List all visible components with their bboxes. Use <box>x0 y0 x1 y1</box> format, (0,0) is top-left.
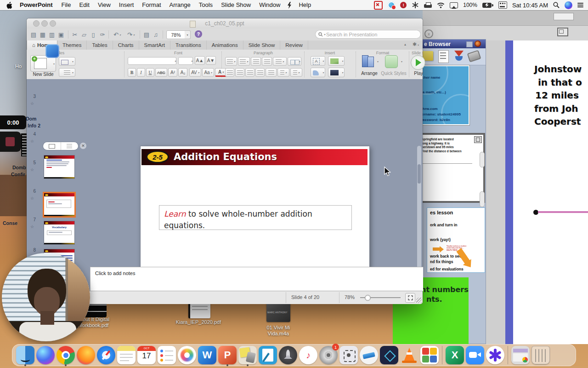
shrink-font-button[interactable]: A▼ <box>206 56 216 65</box>
screen-record-status-icon[interactable] <box>388 1 395 9</box>
line-spacing-button[interactable]: ▾ <box>273 57 287 66</box>
menu-app-name[interactable]: PowerPoint <box>15 0 57 10</box>
learn-objective-box[interactable]: Learn to solve whole-number addition equ… <box>159 205 352 230</box>
format-painter-icon[interactable]: ✑ <box>98 30 107 39</box>
tab-themes[interactable]: Themes <box>57 40 87 50</box>
script-menu[interactable] <box>284 2 294 9</box>
dock-calendar-icon[interactable]: OCT17 <box>137 345 156 365</box>
tab-smartart[interactable]: SmartArt <box>139 40 170 50</box>
dock-smart-notebook-icon[interactable] <box>238 345 257 365</box>
save-icon[interactable]: ▥ <box>48 30 56 39</box>
bold-button[interactable]: B <box>128 68 136 77</box>
menu-clock[interactable]: Sat 10:45 AM <box>512 2 548 9</box>
menu-view[interactable]: View <box>94 0 115 10</box>
folder-icon[interactable] <box>45 44 59 58</box>
italic-button[interactable]: I <box>137 68 145 77</box>
dock-chrome-icon[interactable] <box>57 345 75 365</box>
arrange-button[interactable]: ▾ <box>360 54 379 69</box>
justify-button[interactable] <box>255 68 265 77</box>
tab-animations[interactable]: Animations <box>207 40 243 50</box>
dock-safari-icon[interactable] <box>97 345 115 365</box>
checklist-tool-icon[interactable] <box>438 50 449 63</box>
zoom-value[interactable]: 78% <box>166 30 186 39</box>
dock-siri-icon[interactable] <box>36 345 55 365</box>
collapse-ribbon-icon[interactable]: ▴ <box>404 42 406 46</box>
dock-pinwheel-icon[interactable] <box>486 345 504 365</box>
dock-music-icon[interactable]: ♪ <box>299 345 317 365</box>
align-right-button[interactable] <box>245 68 254 77</box>
cut-icon[interactable]: ✂ <box>71 30 79 39</box>
slide-view-button[interactable] <box>43 142 61 150</box>
dock-finder-icon[interactable] <box>16 345 34 365</box>
zoom-dropdown[interactable]: ▾ <box>185 30 191 39</box>
notification-center-icon[interactable] <box>577 2 583 8</box>
notes-pane[interactable]: Click to add notes <box>90 267 423 291</box>
media-browser-icon[interactable]: ♫ <box>152 30 160 39</box>
spin-top-base-icon[interactable] <box>455 56 463 61</box>
dock-reminders-icon[interactable] <box>158 345 176 365</box>
dock-notes-icon[interactable] <box>117 345 136 365</box>
insert-picture-button[interactable]: ▾ <box>328 56 345 66</box>
font-size-select[interactable]: ▾ <box>178 57 193 65</box>
phone-tool-icon[interactable] <box>467 50 481 62</box>
stop-recording-button[interactable] <box>0 132 21 152</box>
dock-excel-icon[interactable]: X <box>446 345 464 365</box>
font-name-select[interactable]: ▾ <box>128 57 176 65</box>
dock-zoom-icon[interactable] <box>466 345 484 365</box>
close-pane-icon[interactable]: ✕ <box>80 143 86 149</box>
menu-slideshow[interactable]: Slide Show <box>217 0 255 10</box>
menu-edit[interactable]: Edit <box>75 0 93 10</box>
menu-arrange[interactable]: Arrange <box>165 0 195 10</box>
tab-slideshow[interactable]: Slide Show <box>243 40 281 50</box>
menu-tools[interactable]: Tools <box>195 0 217 10</box>
dock-launchpad-icon[interactable] <box>279 345 297 365</box>
redo-button[interactable]: ↷▾ <box>125 30 137 39</box>
tab-charts[interactable]: Charts <box>113 40 139 50</box>
dock-smart-ink-icon[interactable] <box>259 345 277 365</box>
dock-screenshot-icon[interactable] <box>339 345 358 365</box>
keypad-status-icon[interactable] <box>498 1 507 9</box>
text-direction-button[interactable]: ▾ <box>277 68 289 77</box>
search-input[interactable] <box>325 31 410 38</box>
display-status-icon[interactable] <box>450 2 458 8</box>
dock-adobe-icon[interactable] <box>380 345 398 365</box>
view-notes-icon[interactable]: ▤ <box>142 30 151 39</box>
menu-format[interactable]: Format <box>138 0 165 10</box>
status-badge-icon[interactable]: ! <box>400 2 407 8</box>
search-field[interactable]: ▾ <box>315 30 421 39</box>
slide-thumb-3[interactable] <box>44 155 75 179</box>
numbering-button[interactable]: ▾ <box>238 57 250 66</box>
indent-button[interactable] <box>262 57 272 66</box>
file-label[interactable]: 01 Vivir Mi Vida.m4a <box>260 325 297 337</box>
dock-vlc-icon[interactable] <box>400 345 418 365</box>
ribbon-settings-gear-icon[interactable]: ✱▾ <box>413 41 419 47</box>
wifi-status-icon[interactable] <box>437 2 445 8</box>
paste-icon[interactable]: ▯ <box>89 30 97 39</box>
siri-icon[interactable] <box>565 1 572 9</box>
new-doc-icon[interactable]: ▤ <box>29 30 38 39</box>
menu-insert[interactable]: Insert <box>115 0 138 10</box>
slide-thumb-4-selected[interactable] <box>43 192 76 218</box>
dock-word-icon[interactable]: W <box>198 345 216 365</box>
outdent-button[interactable] <box>251 57 261 66</box>
dock-firefox-icon[interactable] <box>77 345 95 365</box>
slide-scrollbar-thumb[interactable] <box>418 164 421 184</box>
printer-status-icon[interactable] <box>424 2 432 8</box>
insert-textbox-button[interactable]: A▾ <box>311 56 325 66</box>
bullets-button[interactable]: ▾ <box>225 57 237 66</box>
page-thumb-springfield[interactable]: l Springfield are located along a highwa… <box>416 133 485 203</box>
dock-scanner-icon[interactable] <box>360 345 378 365</box>
window-icon[interactable] <box>557 28 568 36</box>
char-spacing-button[interactable]: AV▾ <box>189 68 201 77</box>
zoom-slider-thumb[interactable] <box>365 295 371 301</box>
superscript-button[interactable]: A² <box>168 68 177 77</box>
underline-button[interactable]: U <box>146 68 154 77</box>
open-icon[interactable]: ▦ <box>39 30 47 39</box>
subscript-button[interactable]: A₂ <box>178 68 187 77</box>
dock-smart-tools-icon[interactable] <box>420 345 439 365</box>
tab-tables[interactable]: Tables <box>87 40 113 50</box>
excel-x-status-icon[interactable] <box>374 1 383 10</box>
insert-media-button[interactable]: ▾ <box>328 68 345 77</box>
undo-button[interactable]: ↶▾ <box>111 30 123 39</box>
scroll-pill[interactable] <box>480 152 485 167</box>
